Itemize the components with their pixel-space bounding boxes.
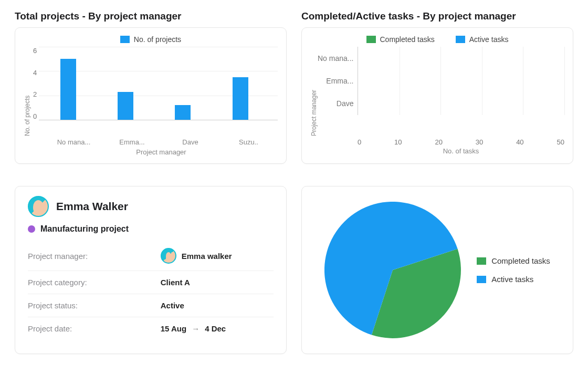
avatar: [28, 196, 49, 217]
legend-active: Active tasks: [469, 35, 509, 44]
project-name: Manufacturing project: [40, 224, 129, 234]
legend-completed: Completed tasks: [380, 35, 435, 44]
total-projects-section: Total projects - By project manager No. …: [15, 11, 287, 173]
row-category: Project category: Client A: [28, 271, 274, 294]
pie-legend: Completed tasks Active tasks: [477, 256, 550, 284]
bar-no-manager: [60, 59, 76, 120]
arrow-right-icon: →: [192, 324, 200, 333]
legend-swatch-blue: [456, 36, 465, 43]
chart-legend: Completed tasks Active tasks: [310, 35, 564, 44]
xaxis-ticks: 0 10 20 30 40 50: [358, 138, 564, 146]
xaxis-ticks: No mana... Emma... Dave Suzu..: [45, 136, 278, 146]
hbar-plot-area: [358, 47, 564, 115]
total-projects-title: Total projects - By project manager: [15, 11, 287, 22]
yaxis-label: No. of projects: [24, 47, 31, 136]
avatar-small: [161, 248, 176, 264]
total-projects-chart: No. of projects No. of projects 6 4 2 0: [15, 27, 287, 164]
pie-chart: [324, 202, 461, 338]
value-date-to: 4 Dec: [205, 324, 226, 333]
value-status: Active: [161, 301, 274, 310]
legend-swatch-blue: [477, 276, 486, 283]
legend-swatch-green: [366, 36, 376, 43]
label-status: Project status:: [28, 301, 161, 310]
row-manager: Project manager: Emma walker: [28, 241, 274, 271]
yaxis-label: Project manager: [310, 47, 318, 136]
pie-card: Completed tasks Active tasks: [301, 186, 573, 354]
row-status: Project status: Active: [28, 294, 274, 317]
yaxis-categories: No mana... Emma... Dave: [318, 47, 358, 115]
xaxis-label: Project manager: [45, 148, 278, 156]
value-manager: Emma walker: [182, 252, 232, 261]
value-category: Client A: [161, 278, 274, 287]
label-category: Project category:: [28, 278, 161, 287]
completed-active-chart: Completed tasks Active tasks Project man…: [301, 27, 573, 164]
bar-suzu: [233, 77, 248, 120]
bar-emma: [118, 92, 133, 120]
label-date: Project date:: [28, 324, 161, 333]
yaxis-ticks: 6 4 2 0: [33, 47, 37, 120]
person-name: Emma Walker: [56, 200, 128, 213]
bar-dave: [175, 105, 191, 120]
row-date: Project date: 15 Aug → 4 Dec: [28, 317, 274, 340]
value-date-from: 15 Aug: [161, 324, 186, 333]
legend-swatch-green: [477, 257, 486, 265]
xaxis-label: No. of tasks: [358, 147, 564, 155]
chart-legend: No. of projects: [24, 35, 278, 44]
legend-swatch-blue: [120, 36, 130, 43]
label-manager: Project manager:: [28, 252, 161, 261]
legend-label-projects: No. of projects: [134, 35, 181, 44]
completed-active-title: Completed/Active tasks - By project mana…: [301, 11, 573, 22]
pie-legend-completed: Completed tasks: [477, 256, 550, 265]
project-detail-card: Emma Walker Manufacturing project Projec…: [15, 186, 287, 354]
status-dot-icon: [28, 225, 35, 233]
bar-plot-area: [39, 47, 278, 120]
pie-legend-active: Active tasks: [477, 275, 550, 284]
completed-active-section: Completed/Active tasks - By project mana…: [301, 11, 573, 173]
